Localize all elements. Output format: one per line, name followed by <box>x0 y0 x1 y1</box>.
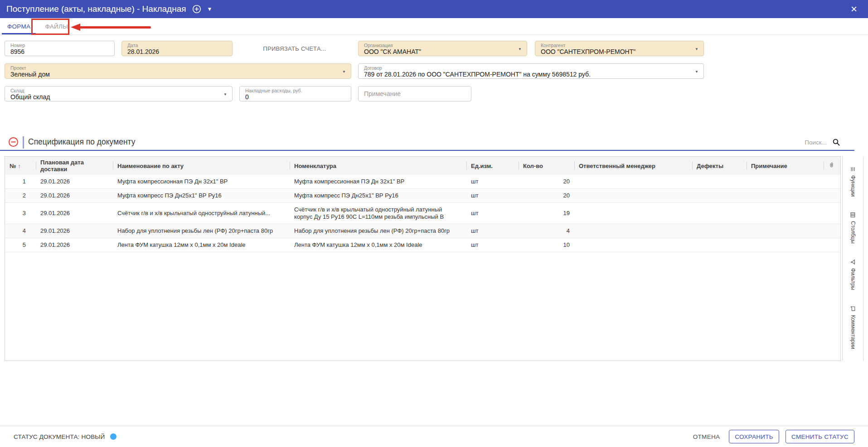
status-dot-icon <box>110 433 116 440</box>
counterparty-value: ООО "САНТЕХПРОМ-РЕМОНТ" <box>541 48 692 56</box>
overhead-label: Накладные расходы, руб. <box>245 88 339 93</box>
search-icon[interactable] <box>832 138 840 146</box>
spec-section-title: Спецификация по документу <box>28 137 136 147</box>
number-field-value: 8956 <box>10 48 102 56</box>
side-tab-label: Фильтры <box>850 268 856 290</box>
footer-bar: СТАТУС ДОКУМЕНТА: НОВЫЙ ОТМЕНА СОХРАНИТЬ… <box>0 426 868 447</box>
cell-manager <box>574 203 692 224</box>
cell-defects <box>692 238 747 252</box>
cell-planned-date: 29.01.2026 <box>36 175 113 189</box>
row-number: 3 <box>5 203 36 224</box>
side-tab-label: Столбцы <box>850 221 856 244</box>
cell-nomenclature: Набор для уплотнения резьбы лен (РФ) 20г… <box>290 224 466 238</box>
column-header-note[interactable]: Примечание <box>747 157 824 175</box>
cell-defects <box>692 224 747 238</box>
warehouse-label: Склад <box>10 88 220 93</box>
side-tab-columns[interactable]: Столбцы <box>850 212 856 244</box>
contract-label: Договор <box>364 65 692 71</box>
column-header-planned-date[interactable]: Плановая дата доставки <box>36 157 113 175</box>
section-divider <box>23 136 24 149</box>
minus-circle-icon <box>8 137 19 147</box>
project-select[interactable]: Проект Зеленый дом ▼ <box>5 63 351 79</box>
add-document-button[interactable] <box>192 4 202 14</box>
plus-circle-icon <box>192 4 202 14</box>
table-row[interactable]: 3 29.01.2026 Счётчик г/в и х/в крыльчаты… <box>5 203 840 224</box>
contract-value: 789 от 28.01.2026 по ООО "САНТЕХПРОМ-РЕМ… <box>364 71 692 78</box>
overhead-value: 0 <box>245 93 339 101</box>
bind-accounts-button[interactable]: ПРИВЯЗАТЬ СЧЕТА... <box>245 41 344 56</box>
collapse-section-button[interactable] <box>8 137 19 149</box>
title-dropdown-caret-icon[interactable]: ▼ <box>207 6 213 12</box>
column-header-defects[interactable]: Дефекты <box>692 157 747 175</box>
annotation-arrow-line <box>79 26 151 29</box>
cell-manager <box>574 238 692 252</box>
overhead-field[interactable]: Накладные расходы, руб. 0 <box>239 86 351 101</box>
cell-qty: 10 <box>519 238 574 252</box>
spec-table: № ↑ Плановая дата доставки Наименование … <box>5 156 841 361</box>
contract-select[interactable]: Договор 789 от 28.01.2026 по ООО "САНТЕХ… <box>358 63 704 79</box>
side-tab-comments[interactable]: Комментарии <box>850 306 856 349</box>
cell-planned-date: 29.01.2026 <box>36 203 113 224</box>
side-tab-functions[interactable]: Функции <box>850 166 856 197</box>
cell-act-name: Набор для уплотнения резьбы лен (РФ) 20г… <box>113 224 290 238</box>
close-icon[interactable]: × <box>851 4 857 14</box>
note-field[interactable]: Примечание <box>358 86 471 101</box>
cell-nomenclature: Муфта компресс ПЭ Дн25x1" ВР Ру16 <box>290 189 466 203</box>
warehouse-select[interactable]: Склад Общий склад ▼ <box>5 86 233 101</box>
column-header-attachments[interactable] <box>824 157 840 175</box>
table-row[interactable]: 4 29.01.2026 Набор для уплотнения резьбы… <box>5 224 840 238</box>
comment-icon <box>850 306 856 312</box>
organization-select[interactable]: Организация ООО "СК АМАНАТ" ▼ <box>358 41 527 56</box>
annotation-rectangle <box>31 19 69 35</box>
table-header-row: № ↑ Плановая дата доставки Наименование … <box>5 157 840 175</box>
annotation-arrow-head <box>71 24 80 31</box>
cell-manager <box>574 224 692 238</box>
number-field[interactable]: Номер 8956 <box>5 41 115 56</box>
cell-manager <box>574 189 692 203</box>
row-number: 5 <box>5 238 36 252</box>
cancel-button[interactable]: ОТМЕНА <box>690 433 723 440</box>
column-header-num[interactable]: № ↑ <box>5 157 36 175</box>
column-header-unit[interactable]: Ед.изм. <box>466 157 519 175</box>
date-field-label: Дата <box>127 43 220 48</box>
side-tab-filters[interactable]: Фильтры <box>850 259 856 290</box>
cell-planned-date: 29.01.2026 <box>36 238 113 252</box>
organization-label: Организация <box>364 43 515 48</box>
sort-ascending-icon: ↑ <box>18 163 21 169</box>
table-row[interactable]: 2 29.01.2026 Муфта компресс ПЭ Дн25x1" В… <box>5 189 840 203</box>
cell-attachments <box>824 224 840 238</box>
cell-note <box>747 224 824 238</box>
column-header-nomenclature[interactable]: Номенклатура <box>290 157 466 175</box>
organization-value: ООО "СК АМАНАТ" <box>364 48 515 56</box>
column-header-qty[interactable]: Кол-во <box>519 157 574 175</box>
filter-icon <box>850 259 856 265</box>
table-row[interactable]: 1 29.01.2026 Муфта компрессионная ПЭ Дн … <box>5 175 840 189</box>
window-titlebar: Поступление (акты, накладные) - Накладна… <box>0 0 868 18</box>
cell-manager <box>574 175 692 189</box>
cell-unit: шт <box>466 175 519 189</box>
cell-note <box>747 175 824 189</box>
cell-note <box>747 238 824 252</box>
search-input[interactable]: Поиск... <box>805 139 827 146</box>
counterparty-select[interactable]: Контрагент ООО "САНТЕХПРОМ-РЕМОНТ" ▼ <box>535 41 704 56</box>
row-number: 4 <box>5 224 36 238</box>
cell-qty: 4 <box>519 224 574 238</box>
cell-attachments <box>824 203 840 224</box>
project-label: Проект <box>10 65 339 71</box>
note-placeholder: Примечание <box>364 90 401 97</box>
column-header-manager[interactable]: Ответственный менеджер <box>574 157 692 175</box>
chevron-down-icon: ▼ <box>695 47 698 51</box>
cell-qty: 20 <box>519 189 574 203</box>
document-status-label: СТАТУС ДОКУМЕНТА: НОВЫЙ <box>14 433 105 440</box>
cell-planned-date: 29.01.2026 <box>36 189 113 203</box>
table-row[interactable]: 5 29.01.2026 Лента ФУМ катушка 12мм x 0,… <box>5 238 840 252</box>
cell-defects <box>692 175 747 189</box>
chevron-down-icon: ▼ <box>342 70 346 74</box>
change-status-button[interactable]: СМЕНИТЬ СТАТУС <box>786 430 854 443</box>
date-field[interactable]: Дата 28.01.2026 <box>121 41 233 56</box>
column-header-act-name[interactable]: Наименование по акту <box>113 157 290 175</box>
spec-search: Поиск... <box>805 138 840 146</box>
save-button[interactable]: СОХРАНИТЬ <box>729 430 779 443</box>
warehouse-value: Общий склад <box>10 93 220 101</box>
chevron-down-icon: ▼ <box>518 47 522 51</box>
